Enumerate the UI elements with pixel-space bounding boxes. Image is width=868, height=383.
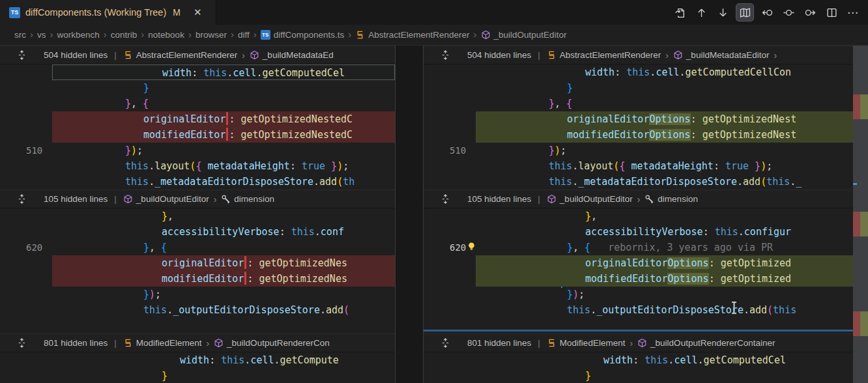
unfold-icon[interactable] [17, 338, 27, 348]
code-line[interactable]: } [0, 368, 395, 383]
breadcrumb-separator-icon: › [474, 29, 477, 40]
header-symbol-label[interactable]: _buildOutputEditor [136, 194, 209, 204]
hidden-lines-header[interactable]: 105 hidden lines|_buildOutputEditor›dime… [424, 190, 853, 208]
breadcrumb-item-diff[interactable]: diff [238, 30, 250, 40]
breadcrumb-label: contrib [111, 30, 137, 40]
header-symbol-label[interactable]: ModifiedElement [560, 338, 626, 348]
code-line[interactable]: this._outputEditorDisposeStore.add( [0, 302, 395, 318]
code-line[interactable]: } [424, 368, 853, 383]
code-line[interactable]: }, [0, 208, 395, 224]
code-line[interactable]: }); [424, 287, 853, 302]
header-symbol-label[interactable]: ModifiedElement [136, 338, 202, 348]
code-line[interactable]: modifiedEditorOptions: getOptimizedNest [424, 127, 853, 143]
code-line[interactable]: 620}, { [0, 240, 395, 255]
split-editor-icon[interactable] [823, 4, 840, 21]
breadcrumb-item-browser[interactable]: browser [195, 30, 227, 40]
line-number [0, 287, 52, 302]
header-symbol-label[interactable]: _buildMetadataEd [263, 50, 334, 60]
code-line[interactable]: this._outputEditorDisposeStore.add(this [424, 302, 853, 318]
code-line[interactable]: } [424, 80, 853, 96]
more-actions-icon[interactable]: ⋯ [845, 4, 861, 21]
line-number: 510 [0, 143, 52, 158]
hidden-lines-header[interactable]: 105 hidden lines|_buildOutputEditor›dime… [0, 190, 395, 208]
code-line[interactable]: this.layout({ metadataHeight: true }); [424, 158, 853, 174]
code-line[interactable] [0, 318, 395, 333]
header-symbol-label[interactable]: _buildOutputRendererCon [227, 338, 330, 348]
line-number [0, 302, 52, 318]
sash-divider[interactable] [396, 46, 423, 383]
unfold-icon[interactable] [441, 50, 450, 60]
breadcrumb-item-src[interactable]: src [14, 30, 26, 40]
code-line[interactable]: }, [424, 208, 853, 224]
breadcrumb-item-notebook[interactable]: notebook [148, 30, 184, 40]
unfold-icon[interactable] [17, 50, 27, 60]
breadcrumb-item-workbench[interactable]: workbench [57, 30, 100, 40]
circle-icon[interactable] [780, 4, 797, 21]
arrow-circle-right-icon[interactable] [802, 4, 818, 21]
header-symbol-label[interactable]: dimension [658, 194, 698, 204]
diff-overview-mark [853, 212, 868, 236]
hidden-lines-header[interactable]: 801 hidden lines|ModifiedElement›_buildO… [424, 333, 853, 352]
code-line[interactable]: }, { [424, 96, 853, 111]
code-line[interactable]: width: this.cell.getCompute [0, 352, 395, 368]
code-line[interactable]: this._metadataEditorDisposeStore.add(thi… [424, 174, 853, 190]
collapse-unchanged-regions-icon[interactable] [736, 3, 754, 21]
code-line[interactable]: originalEditorOptions: getOptimized [424, 255, 853, 271]
code-line[interactable]: this.layout({ metadataHeight: true }); [0, 158, 395, 174]
arrow-circle-left-icon[interactable] [759, 4, 775, 21]
code-text: accessibilityVerbose: this.conf [52, 224, 395, 240]
code-line[interactable]: this._metadataEditorDisposeStore.add(th [0, 174, 395, 190]
hidden-lines-header[interactable]: 801 hidden lines|ModifiedElement›_buildO… [0, 333, 395, 352]
next-change-icon[interactable] [714, 4, 731, 21]
previous-change-icon[interactable] [693, 4, 710, 21]
cursor-position-mark [853, 183, 857, 185]
breadcrumb-item-contrib[interactable]: contrib [111, 30, 137, 40]
unfold-icon[interactable] [441, 194, 450, 204]
code-line[interactable]: modifiedEditor: getOptimizedNes [0, 271, 395, 287]
code-line[interactable]: accessibilityVerbose: this.configur [424, 224, 853, 240]
line-number [0, 96, 52, 111]
header-symbol-label[interactable]: AbstractElementRenderer [136, 50, 237, 60]
code-line[interactable]: }); [0, 287, 395, 302]
header-symbol-label[interactable]: _buildOutputEditor [560, 194, 633, 204]
line-number [0, 318, 52, 333]
unfold-icon [17, 50, 27, 60]
header-symbol-label[interactable]: _buildOutputRendererContainer [650, 338, 775, 348]
unfold-icon[interactable] [17, 194, 27, 204]
open-changes-icon[interactable] [671, 4, 688, 21]
code-line[interactable]: width: this.cell.getComputedCel [424, 352, 853, 368]
header-symbol-label[interactable]: dimension [234, 194, 274, 204]
breadcrumb-item-abstractelementrenderer[interactable]: AbstractElementRenderer [355, 30, 469, 40]
code-line[interactable]: modifiedEditor: getOptimizedNestedC [0, 127, 395, 143]
header-symbol-label[interactable]: _buildMetadataEditor [686, 50, 770, 60]
code-text: modifiedEditor: getOptimizedNes [52, 271, 395, 287]
code-line[interactable]: originalEditor: getOptimizedNes [0, 255, 395, 271]
tab-close-icon[interactable]: ✕ [191, 5, 205, 20]
breadcrumb-item--buildoutputeditor[interactable]: _buildOutputEditor [481, 30, 567, 40]
header-symbol-label[interactable]: AbstractElementRenderer [560, 50, 661, 60]
overview-ruler-scrollbar[interactable] [853, 46, 868, 383]
hidden-lines-header[interactable]: 504 hidden lines|AbstractElementRenderer… [0, 46, 395, 64]
code-line[interactable]: accessibilityVerbose: this.conf [0, 224, 395, 240]
breadcrumb-item-vs[interactable]: vs [37, 30, 46, 40]
code-line[interactable]: originalEditor: getOptimizedNestedC [0, 111, 395, 127]
editor-tab[interactable]: TS diffComponents.ts (Working Tree) M ✕ [0, 0, 216, 25]
breadcrumb-item-diffcomponents-ts[interactable]: TSdiffComponents.ts [261, 30, 345, 40]
modified-editor-pane: 504 hidden lines|AbstractElementRenderer… [423, 46, 853, 383]
code-line[interactable]: width: this.cell.getComputedCel [0, 64, 395, 80]
tab-title: diffComponents.ts (Working Tree) [25, 7, 166, 18]
hidden-lines-header[interactable]: 504 hidden lines|AbstractElementRenderer… [424, 46, 853, 64]
code-line[interactable]: } [0, 80, 395, 96]
code-line[interactable]: 620}, { rebornix, 3 years ago via PR [424, 240, 853, 255]
breadcrumb-label: notebook [148, 30, 184, 40]
code-line[interactable]: originalEditorOptions: getOptimizedNest [424, 111, 853, 127]
code-line[interactable]: modifiedEditorOptions: getOptimized [424, 271, 853, 287]
code-line[interactable]: width: this.cell.getComputedCellCon [424, 64, 853, 80]
symbol-property-icon [644, 194, 654, 204]
lightbulb-icon[interactable] [467, 242, 476, 254]
code-line[interactable]: 510}); [424, 143, 853, 158]
code-line[interactable]: 510}); [0, 143, 395, 158]
unfold-icon[interactable] [441, 338, 450, 348]
code-line[interactable] [424, 318, 853, 333]
code-line[interactable]: }, { [0, 96, 395, 111]
